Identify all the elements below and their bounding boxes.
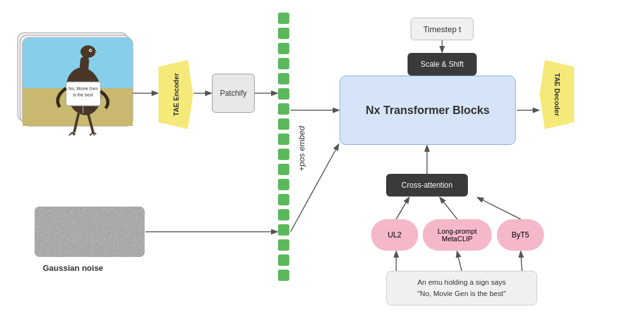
svg-rect-0 (18, 33, 128, 121)
prompt-text: An emu holding a sign says "No, Movie Ge… (418, 277, 506, 299)
green-square (278, 194, 289, 205)
green-squares-column (278, 13, 289, 281)
green-square (278, 118, 289, 130)
green-square (278, 270, 289, 281)
pos-embed-label: +pos embed (297, 126, 306, 171)
svg-text:is the best: is the best (73, 93, 93, 97)
timestep-label: Timestep t (423, 25, 461, 34)
green-square (278, 103, 289, 115)
gaussian-noise-box (35, 207, 145, 257)
diagram: No, Movie Gen is the best (0, 0, 644, 325)
svg-rect-13 (66, 82, 101, 106)
green-square (278, 164, 289, 175)
green-square (278, 239, 289, 251)
gaussian-noise-label: Gaussian noise (43, 263, 103, 273)
svg-point-8 (80, 45, 96, 58)
svg-line-29 (457, 252, 462, 271)
green-square (278, 224, 289, 236)
transformer-label: Nx Transformer Blocks (365, 104, 489, 117)
svg-point-10 (90, 50, 91, 51)
green-square (278, 58, 289, 69)
scale-shift-box: Scale & Shift (408, 53, 477, 76)
cross-attention-box: Cross-attention (386, 174, 468, 197)
tae-decoder-label: TAE Decoder (553, 73, 561, 116)
green-square (278, 134, 289, 145)
green-square (278, 179, 289, 190)
svg-point-6 (62, 65, 105, 118)
byt5-encoder-blob: ByT5 (497, 219, 544, 251)
svg-rect-5 (23, 120, 133, 126)
green-square (278, 209, 289, 220)
timestep-box: Timestep t (411, 18, 474, 40)
green-square (278, 13, 289, 24)
svg-rect-4 (23, 88, 133, 126)
svg-line-30 (521, 252, 522, 271)
svg-text:No, Movie Gen: No, Movie Gen (69, 86, 98, 91)
svg-rect-7 (77, 56, 89, 91)
svg-line-26 (440, 198, 457, 219)
svg-rect-1 (20, 35, 130, 123)
metaclip-encoder-blob: Long-prompt MetaCLIP (423, 219, 492, 251)
svg-line-11 (74, 113, 79, 132)
green-square (278, 73, 289, 84)
cross-attention-label: Cross-attention (401, 181, 452, 190)
transformer-block: Nx Transformer Blocks (340, 76, 516, 145)
svg-rect-3 (23, 38, 133, 88)
prompt-text-box: An emu holding a sign says "No, Movie Ge… (386, 271, 537, 305)
svg-point-9 (89, 49, 92, 52)
svg-rect-33 (35, 207, 145, 257)
tae-decoder-box: TAE Decoder (540, 60, 574, 129)
tae-encoder-label: TAE Encoder (172, 73, 180, 116)
ul2-label: UL2 (387, 231, 401, 239)
patchify-box: Patchify (212, 74, 255, 113)
svg-line-12 (88, 113, 93, 132)
green-square (278, 43, 289, 54)
green-square (278, 149, 289, 160)
green-square (278, 28, 289, 39)
svg-rect-2 (23, 38, 133, 126)
patchify-label: Patchify (220, 89, 247, 98)
ul2-encoder-blob: UL2 (371, 219, 418, 251)
byt5-label: ByT5 (511, 231, 529, 239)
svg-line-25 (396, 198, 409, 219)
green-square (278, 254, 289, 266)
svg-line-27 (478, 198, 521, 219)
metaclip-label: Long-prompt MetaCLIP (438, 227, 477, 242)
tae-encoder-box: TAE Encoder (158, 60, 193, 129)
scale-shift-label: Scale & Shift (421, 60, 464, 69)
green-square (278, 88, 289, 100)
